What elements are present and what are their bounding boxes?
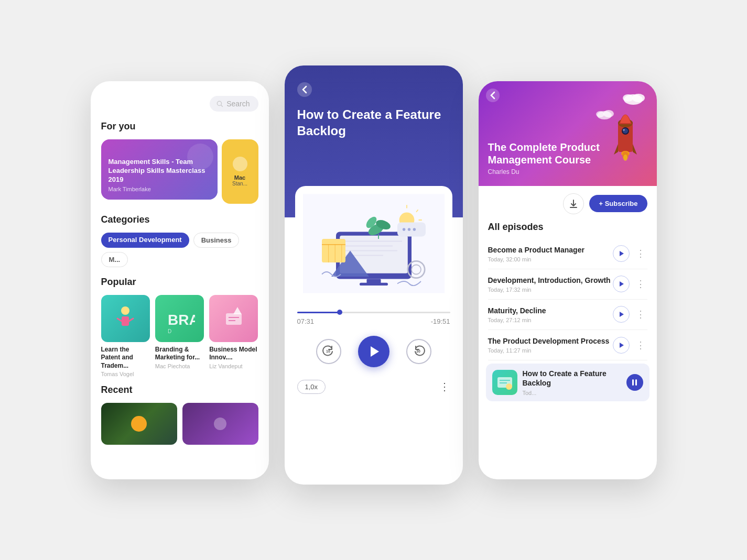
- course-author: Charles Du: [488, 168, 657, 175]
- back-icon: [302, 85, 307, 94]
- ep-play-1[interactable]: [613, 245, 630, 262]
- ep-more-4[interactable]: ⋮: [634, 339, 647, 351]
- more-button[interactable]: ⋮: [439, 380, 450, 393]
- svg-point-0: [217, 101, 221, 105]
- popular-item-3[interactable]: Business Model Innov.... Liz Vandeput: [209, 295, 258, 378]
- ep-more-2[interactable]: ⋮: [634, 278, 647, 290]
- search-input[interactable]: Search: [210, 96, 258, 112]
- speed-button[interactable]: 1,0x: [297, 380, 326, 394]
- episode-info-3: Maturity, Decline Today, 27:12 min: [488, 306, 613, 323]
- ep-thumb-5: [492, 370, 517, 395]
- popular-title-3: Business Model Innov....: [209, 346, 258, 362]
- episode-info-4: The Product Development Process Today, 1…: [488, 336, 613, 354]
- ep-play-4[interactable]: [613, 337, 630, 354]
- popular-author-1: Tomas Vogel: [101, 371, 150, 377]
- thumb-1-icon: [112, 303, 138, 334]
- phone-browse: Search For you Management Skills - Team …: [91, 81, 269, 479]
- current-time: 07:31: [297, 317, 315, 325]
- remaining-time: -19:51: [431, 317, 450, 325]
- course-actions: + Subscribe: [488, 193, 647, 214]
- search-bar: Search: [101, 96, 258, 112]
- svg-point-65: [506, 383, 512, 390]
- popular-title-2: Branding & Marketing for...: [155, 346, 204, 362]
- svg-line-4: [117, 319, 122, 321]
- svg-point-33: [402, 228, 405, 230]
- ep-play-icon-3: [620, 312, 624, 317]
- episode-title-5: How to Create a Feature Backlog: [523, 369, 626, 388]
- second-card-sub: Stan...: [232, 181, 247, 186]
- ep-thumb-icon-5: [495, 373, 514, 392]
- ep-more-1[interactable]: ⋮: [634, 248, 647, 259]
- episode-time-3: Today, 27:12 min: [488, 317, 613, 323]
- time-row: 07:31 -19:51: [297, 317, 450, 325]
- category-more[interactable]: M...: [101, 252, 128, 267]
- featured-title: Management Skills - Team Leadership Skil…: [109, 158, 210, 184]
- episode-item-4: The Product Development Process Today, 1…: [488, 330, 647, 360]
- player-controls: 07:31 -19:51 10: [285, 301, 463, 407]
- ep-play-3[interactable]: [613, 306, 630, 323]
- categories-title: Categories: [101, 214, 258, 225]
- svg-point-46: [623, 94, 633, 102]
- svg-text:D: D: [168, 328, 171, 334]
- popular-grid: Learn the Patent and Tradem... Tomas Vog…: [101, 295, 258, 378]
- episode-title-4: The Product Development Process: [488, 336, 613, 346]
- episode-item-2: Development, Introduction, Growth Today,…: [488, 269, 647, 300]
- popular-item-1[interactable]: Learn the Patent and Tradem... Tomas Vog…: [101, 295, 150, 378]
- pause-icon-5: [632, 379, 637, 386]
- category-personal-dev[interactable]: Personal Development: [101, 233, 189, 248]
- search-icon: [216, 100, 223, 107]
- svg-rect-3: [122, 316, 129, 326]
- back-icon-3: [490, 91, 495, 100]
- bottom-row: 1,0x ⋮: [297, 380, 450, 394]
- course-body: + Subscribe All episodes Become a Produc…: [479, 186, 657, 479]
- progress-bar[interactable]: [297, 312, 450, 313]
- subscribe-button[interactable]: + Subscribe: [589, 195, 647, 212]
- episode-item-3: Maturity, Decline Today, 27:12 min ⋮: [488, 300, 647, 330]
- ep-play-icon-4: [620, 343, 624, 348]
- forward-icon: 30: [412, 344, 426, 359]
- all-episodes-title: All episodes: [488, 222, 647, 233]
- recent-thumb-1[interactable]: [101, 403, 177, 445]
- episode-title-2: Development, Introduction, Growth: [488, 276, 613, 285]
- ep-play-icon-1: [620, 251, 624, 256]
- svg-point-35: [413, 228, 415, 230]
- back-button-3[interactable]: [486, 89, 500, 102]
- thumb-2-icon: BRAN D: [164, 303, 195, 334]
- svg-point-49: [596, 111, 604, 117]
- svg-line-1: [221, 105, 223, 106]
- progress-thumb: [337, 310, 342, 315]
- course-title: The Complete Product Management Course: [488, 141, 657, 166]
- popular-item-2[interactable]: BRAN D Branding & Marketing for... Mac P…: [155, 295, 204, 378]
- svg-point-2: [121, 306, 129, 315]
- featured-card[interactable]: Management Skills - Team Leadership Skil…: [101, 139, 218, 200]
- ep-play-2[interactable]: [613, 276, 630, 292]
- episode-item-5-active: How to Create a Feature Backlog Tod...: [486, 364, 649, 401]
- episode-title-3: Maturity, Decline: [488, 306, 613, 315]
- episode-info-5: How to Create a Feature Backlog Tod...: [523, 369, 626, 396]
- featured-author: Mark Timberlake: [109, 186, 210, 192]
- svg-text:30: 30: [416, 349, 420, 353]
- rewind-icon: 10: [321, 344, 336, 359]
- forward-button[interactable]: 30: [406, 339, 431, 364]
- recent-thumb-2[interactable]: [182, 403, 258, 445]
- popular-thumb-2: BRAN D: [155, 295, 204, 342]
- popular-author-3: Liz Vandeput: [209, 363, 258, 369]
- download-button[interactable]: [563, 193, 584, 214]
- controls-row: 10 30: [297, 336, 450, 367]
- progress-fill: [297, 312, 340, 313]
- rewind-button[interactable]: 10: [316, 339, 341, 364]
- popular-author-2: Mac Piechota: [155, 363, 204, 369]
- episode-time-2: Today, 17:32 min: [488, 287, 613, 293]
- back-button[interactable]: [297, 82, 312, 97]
- episode-title-1: Become a Product Manager: [488, 245, 613, 255]
- ep-more-3[interactable]: ⋮: [634, 309, 647, 320]
- course-hero-text: The Complete Product Management Course C…: [488, 141, 657, 175]
- category-business[interactable]: Business: [193, 233, 240, 248]
- popular-title-1: Learn the Patent and Tradem...: [101, 346, 150, 370]
- second-card-label: Mac: [234, 174, 245, 181]
- second-featured-card[interactable]: Mac Stan...: [222, 139, 258, 204]
- recent-title: Recent: [101, 385, 258, 396]
- episode-time-4: Today, 11:27 min: [488, 347, 613, 354]
- ep-pause-5[interactable]: [626, 374, 643, 391]
- play-button[interactable]: [358, 336, 389, 367]
